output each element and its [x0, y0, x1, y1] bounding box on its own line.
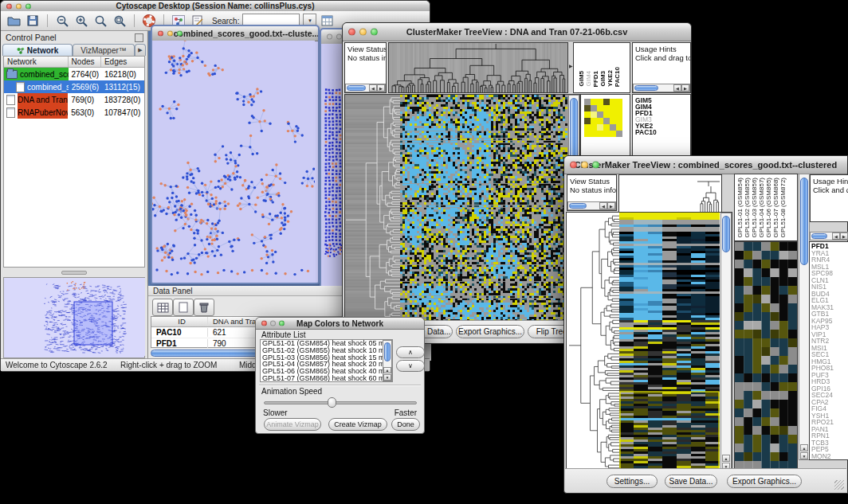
minimize-button[interactable] [359, 29, 367, 36]
attribute-item[interactable]: GPL51-07 (GSM868) heat shock 60 min [261, 375, 392, 382]
animation-speed-slider-track[interactable] [264, 401, 417, 404]
zoom-button[interactable] [177, 31, 183, 37]
column-dendrogram-panel[interactable] [618, 174, 722, 213]
save-icon[interactable] [25, 14, 41, 29]
close-button[interactable] [158, 31, 163, 37]
close-button[interactable] [327, 34, 332, 40]
zoom-fit-icon[interactable] [92, 14, 108, 29]
close-button[interactable] [6, 3, 12, 9]
zoom-column-labels-panel: GIM5GIM4PFD1GIM3YKE2PAC10 [573, 42, 630, 93]
minimize-button[interactable] [16, 3, 22, 9]
column-label[interactable]: GPL51-07 (GSM868) [773, 178, 779, 238]
heatmap-vertical-scrollbar[interactable]: ▲▼ [720, 213, 732, 471]
close-button[interactable] [261, 321, 267, 326]
column-label[interactable]: GPL51-03 (GSM856) [752, 178, 758, 238]
table-row[interactable]: combined_scores 2764(0) 16218(0) [4, 68, 144, 80]
create-vizmap-button[interactable]: Create Vizmap [328, 418, 387, 431]
gene-list-scrollbar[interactable]: ▲▼ [799, 174, 810, 460]
column-label[interactable]: GPL51-04 (GSM857) [759, 178, 765, 238]
row-dendrogram-canvas[interactable] [345, 95, 400, 322]
column-label[interactable]: PFD1 [593, 71, 599, 87]
birdseye-view[interactable] [3, 277, 145, 358]
tab-network[interactable]: Network [2, 44, 73, 56]
zoom-button[interactable] [26, 3, 31, 9]
table-row-selected[interactable]: combined_sco 2569(6) 13112(15) [4, 80, 144, 93]
move-up-button[interactable]: ∧ [396, 346, 425, 358]
zoom-in-icon[interactable] [73, 14, 89, 29]
heatmap-main-panel[interactable]: ▲▼ [344, 94, 580, 322]
row-dendrogram-canvas[interactable] [567, 213, 619, 471]
list-scrollbar[interactable]: ▲ ▼ [383, 340, 392, 381]
main-title-bar[interactable]: Cytoscape Desktop (Session Name: collins… [1, 1, 430, 12]
treeview1-title-bar[interactable]: ClusterMaker TreeView : DNA and Tran 07-… [343, 23, 691, 41]
gene-label[interactable]: PAC10 [635, 129, 690, 135]
column-dendrogram-canvas[interactable] [389, 43, 567, 92]
animate-vizmap-button[interactable]: Animate Vizmap [264, 418, 321, 431]
attribute-listbox[interactable]: GPL51-01 (GSM854) heat shock 05 minGPL51… [260, 339, 393, 382]
column-label[interactable]: GPL51-01 (GSM854) [737, 178, 744, 238]
import-table-icon[interactable] [320, 14, 336, 29]
settings-button[interactable]: Settings... [607, 475, 658, 488]
zoom-matrix-canvas[interactable] [584, 99, 622, 137]
network-view-title-bar[interactable]: combined_scores_good.txt--cluste... [152, 26, 318, 41]
gene-label[interactable]: MON2 [811, 453, 848, 460]
column-label[interactable]: GIM3 [600, 71, 607, 87]
zoom-out-icon[interactable] [54, 14, 70, 29]
zoom-button[interactable] [371, 29, 378, 36]
animation-speed-slider-thumb[interactable] [328, 397, 336, 408]
panel-divider-arrow[interactable]: ▶ [569, 63, 573, 68]
zoom-heatmap-canvas[interactable] [735, 242, 797, 471]
minimize-button[interactable] [167, 31, 173, 37]
table-row[interactable]: DNA and Tran 07 769(0) 183728(0) [4, 93, 144, 106]
column-label[interactable]: GPL51-06 (GSM865) [766, 178, 772, 238]
column-label[interactable]: GPL51-02 (GSM855) [744, 178, 751, 238]
column-dendrogram-panel[interactable] [388, 42, 568, 93]
attribute-select-icon[interactable] [152, 299, 173, 316]
view-status-scrollbar[interactable]: ◀▶ [345, 84, 386, 92]
birdseye-canvas[interactable] [4, 278, 145, 356]
zoom-button[interactable] [279, 321, 285, 326]
dialog-title-bar[interactable]: Map Colors to Network [256, 318, 424, 330]
tab-overflow-arrow[interactable]: ▶ [135, 44, 146, 56]
network-graph-canvas[interactable] [152, 41, 315, 279]
tab-vizmapper[interactable]: VizMapper™ [73, 44, 135, 56]
export-graphics-button[interactable]: Export Graphics... [727, 475, 802, 488]
treeview2-title-bar[interactable]: ClusterMaker TreeView : combined_scores_… [564, 156, 847, 174]
col-nodes[interactable]: Nodes [69, 57, 101, 67]
table-row[interactable]: RNAPuberNov2+I 563(0) 107847(0) [4, 106, 144, 119]
close-button[interactable] [570, 162, 577, 169]
open-file-icon[interactable] [6, 14, 22, 29]
column-label[interactable]: PAC10 [614, 67, 621, 87]
float-panel-icon[interactable] [135, 33, 143, 42]
usage-hints-scrollbar[interactable]: ◀▶ [810, 232, 848, 240]
zoom-heatmap-panel[interactable] [734, 241, 798, 471]
new-attribute-icon[interactable] [173, 299, 194, 316]
heatmap-canvas[interactable] [619, 213, 720, 471]
move-down-button[interactable]: ∨ [396, 360, 425, 372]
minimize-button[interactable] [581, 162, 588, 169]
view-status-scrollbar[interactable]: ◀▶ [567, 201, 616, 210]
export-graphics-button[interactable]: Export Graphics... [456, 325, 524, 338]
close-button[interactable] [348, 29, 355, 36]
heatmap-main-panel[interactable]: ▲▼ [566, 212, 732, 471]
zoom-selected-icon[interactable] [112, 14, 128, 29]
panel-splitter[interactable] [3, 269, 145, 276]
column-dendrogram-canvas[interactable] [619, 175, 721, 212]
heatmap-canvas[interactable] [400, 95, 567, 322]
usage-hints-scrollbar[interactable]: ◀▶ [633, 84, 690, 92]
column-label[interactable]: GPL51-08 (GSM872) [780, 178, 787, 238]
delete-attribute-icon[interactable] [194, 299, 214, 316]
col-edges[interactable]: Edges [101, 57, 144, 67]
column-label[interactable]: GIM5 [579, 71, 585, 87]
zoom-button[interactable] [592, 162, 599, 169]
column-label[interactable]: GIM4 [586, 71, 592, 87]
done-button[interactable]: Done [391, 418, 420, 431]
minimize-button[interactable] [270, 321, 276, 326]
resize-grip[interactable] [834, 480, 844, 490]
col-network[interactable]: Network [4, 57, 69, 67]
network-table-header: Network Nodes Edges [4, 57, 144, 68]
column-label[interactable]: YKE2 [607, 70, 614, 87]
col-id[interactable]: ID [151, 317, 207, 326]
minimize-button[interactable] [336, 34, 342, 40]
save-data-button[interactable]: Save Data... [665, 475, 717, 488]
